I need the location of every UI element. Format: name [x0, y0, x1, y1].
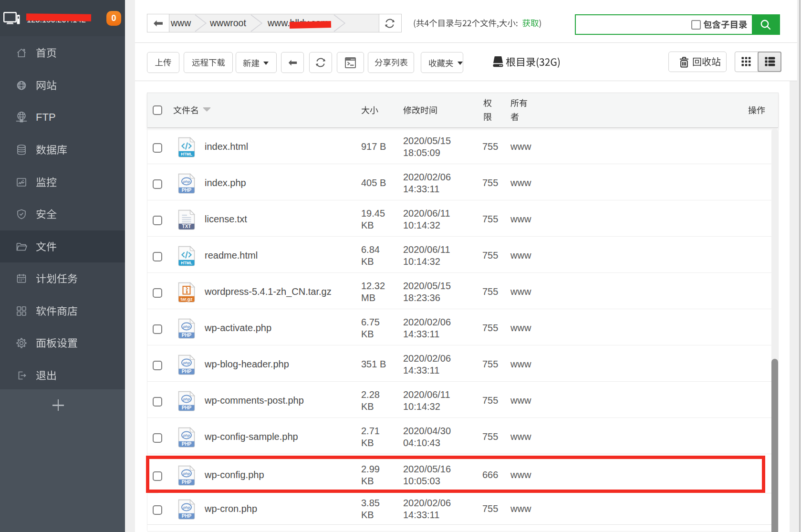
- svg-text:PHP: PHP: [182, 405, 192, 410]
- svg-text:tar.gz: tar.gz: [181, 296, 193, 302]
- svg-text:PHP: PHP: [182, 441, 192, 447]
- svg-text:PHP: PHP: [182, 369, 192, 374]
- svg-text:PHP: PHP: [182, 513, 192, 519]
- svg-text:php: php: [183, 179, 190, 184]
- svg-text:HTML: HTML: [181, 152, 192, 156]
- svg-text:PHP: PHP: [182, 188, 192, 193]
- svg-text:TXT: TXT: [182, 224, 191, 229]
- svg-text:HTML: HTML: [181, 261, 192, 265]
- svg-text:php: php: [183, 397, 190, 401]
- svg-text:php: php: [183, 433, 190, 438]
- svg-text:php: php: [183, 324, 190, 329]
- svg-text:PHP: PHP: [182, 333, 192, 338]
- svg-text:php: php: [183, 361, 190, 365]
- svg-text:php: php: [183, 505, 190, 510]
